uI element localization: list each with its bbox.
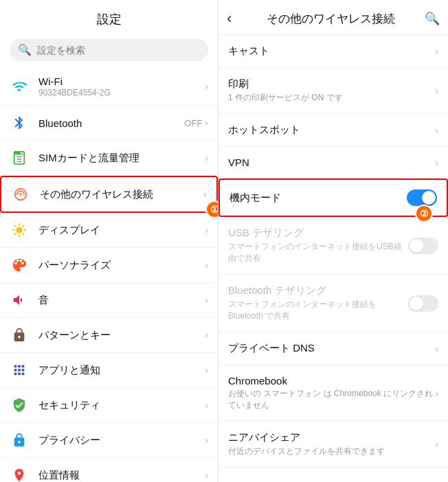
palette-label: パーソナライズ (38, 259, 205, 272)
bluetooth-icon (10, 113, 29, 133)
right-item-hotspot[interactable]: ホットスポット › (219, 114, 448, 147)
bt-tether-toggle[interactable] (408, 295, 438, 312)
right-item-cast[interactable]: キャスト › (219, 35, 448, 68)
setting-item-security[interactable]: セキュリティ › (0, 388, 218, 423)
airplane-label: 機内モード (229, 192, 407, 205)
sound-label: 音 (38, 294, 205, 307)
wireless-label: その他のワイヤレス接続 (40, 188, 203, 201)
setting-item-sound[interactable]: 音 › (0, 283, 218, 318)
palette-icon (10, 255, 29, 275)
right-title: その他のワイヤレス接続 (237, 11, 425, 27)
setting-item-location[interactable]: 位置情報 › (0, 458, 218, 482)
svg-line-16 (23, 226, 23, 227)
usb-tether-subtitle: スマートフォンのインターネット接続をUSB経由で共有 (228, 241, 408, 264)
setting-item-display[interactable]: ディスプレイ › (0, 213, 218, 248)
pattern-content: パターンとキー (38, 329, 205, 342)
security-content: セキュリティ (38, 399, 205, 412)
wifi-chevron: › (205, 81, 208, 92)
security-icon (10, 395, 29, 415)
setting-item-wifi[interactable]: Wi-Fi 90324BDE4554-2G › (0, 68, 218, 106)
location-chevron: › (205, 470, 208, 481)
privacy-label: プライバシー (38, 434, 205, 447)
right-item-vpn[interactable]: VPN › (219, 147, 448, 179)
sim-icon (10, 148, 29, 168)
nearby-content: ニアバイシェア 付近のデバイスとファイルを共有できます (228, 431, 435, 457)
right-item-chromebook[interactable]: Chromebook お使いの スマートフォン は Chromebook にリン… (219, 365, 448, 422)
nearby-chevron: › (435, 439, 438, 450)
pattern-chevron: › (205, 330, 208, 341)
wireless-chevron: › (203, 189, 207, 200)
pattern-icon (10, 325, 29, 345)
location-icon (10, 466, 29, 482)
setting-item-apps[interactable]: アプリと通知 › (0, 353, 218, 388)
hotspot-content: ホットスポット (228, 124, 435, 137)
apps-chevron: › (205, 365, 208, 376)
search-bar[interactable]: 🔍 (10, 38, 208, 61)
vpn-chevron: › (435, 157, 438, 168)
palette-content: パーソナライズ (38, 259, 205, 272)
sound-icon (10, 290, 29, 310)
right-item-bt-tether[interactable]: Bluetooth テザリング スマートフォンのインターネット接続をBlueto… (219, 275, 448, 332)
right-item-print[interactable]: 印刷 1 件の印刷サービスが ON です › (219, 68, 448, 114)
usb-tether-content: USB テザリング スマートフォンのインターネット接続をUSB経由で共有 (228, 227, 408, 264)
location-label: 位置情報 (38, 469, 205, 482)
chromebook-subtitle: お使いの スマートフォン は Chromebook にリンクされていません (228, 388, 435, 411)
right-item-airplane[interactable]: 機内モード ② (219, 179, 448, 217)
security-chevron: › (205, 400, 208, 411)
left-panel: 設定 🔍 Wi-Fi 90324BDE4554-2G › (0, 0, 219, 482)
setting-item-privacy[interactable]: プライバシー › (0, 423, 218, 458)
svg-line-13 (15, 226, 16, 227)
airplane-toggle[interactable] (407, 190, 437, 206)
vpn-content: VPN (228, 157, 435, 168)
hotspot-label: ホットスポット (228, 124, 435, 137)
display-label: ディスプレイ (38, 224, 205, 237)
private-dns-chevron: › (435, 343, 438, 354)
chromebook-chevron: › (435, 388, 438, 399)
svg-line-14 (23, 233, 23, 234)
search-icon: 🔍 (18, 43, 32, 56)
bt-tether-content: Bluetooth テザリング スマートフォンのインターネット接続をBlueto… (228, 284, 408, 322)
wifi-icon (10, 77, 29, 96)
right-item-nearby[interactable]: ニアバイシェア 付近のデバイスとファイルを共有できます › (219, 422, 448, 468)
print-chevron: › (435, 85, 438, 96)
location-content: 位置情報 (38, 469, 205, 482)
apps-icon (10, 360, 29, 380)
usb-tether-toggle-knob (410, 239, 423, 253)
apps-label: アプリと通知 (38, 364, 205, 377)
private-dns-label: プライベート DNS (228, 342, 435, 355)
right-item-private-dns[interactable]: プライベート DNS › (219, 332, 448, 365)
bt-tether-toggle-knob (410, 297, 423, 310)
setting-item-palette[interactable]: パーソナライズ › (0, 248, 218, 283)
setting-item-sim[interactable]: SIMカードと流量管理 › (0, 141, 218, 176)
bluetooth-value: OFF (184, 118, 202, 128)
airplane-toggle-knob (422, 191, 436, 205)
nearby-subtitle: 付近のデバイスとファイルを共有できます (228, 446, 435, 457)
setting-item-pattern[interactable]: パターンとキー › (0, 318, 218, 353)
right-panel: ‹ その他のワイヤレス接続 🔍 キャスト › 印刷 1 件の印刷サービスが ON… (219, 0, 448, 482)
bluetooth-content: Bluetooth (38, 117, 184, 129)
setting-item-bluetooth[interactable]: Bluetooth OFF › (0, 106, 218, 141)
display-icon (10, 220, 29, 240)
bluetooth-label: Bluetooth (38, 117, 184, 129)
wireless-content: その他のワイヤレス接続 (40, 188, 203, 201)
back-button[interactable]: ‹ (227, 10, 232, 27)
badge-2: ② (415, 205, 433, 222)
print-subtitle: 1 件の印刷サービスが ON です (228, 92, 435, 104)
right-item-usb-tether[interactable]: USB テザリング スマートフォンのインターネット接続をUSB経由で共有 (219, 217, 448, 275)
hotspot-chevron: › (435, 125, 438, 136)
cast-chevron: › (435, 46, 438, 57)
sim-label: SIMカードと流量管理 (38, 152, 205, 165)
usb-tether-toggle[interactable] (408, 238, 438, 254)
sim-chevron: › (205, 152, 208, 163)
airplane-content: 機内モード (229, 192, 407, 205)
vpn-label: VPN (228, 157, 435, 168)
search-input[interactable] (37, 45, 200, 56)
nearby-label: ニアバイシェア (228, 431, 435, 444)
right-header: ‹ その他のワイヤレス接続 🔍 (219, 0, 448, 35)
print-label: 印刷 (228, 78, 435, 91)
right-search-icon[interactable]: 🔍 (425, 11, 440, 26)
chromebook-content: Chromebook お使いの スマートフォン は Chromebook にリン… (228, 375, 435, 411)
setting-item-wireless[interactable]: その他のワイヤレス接続 › ① (0, 176, 218, 213)
sound-chevron: › (205, 295, 208, 306)
display-chevron: › (205, 225, 208, 236)
